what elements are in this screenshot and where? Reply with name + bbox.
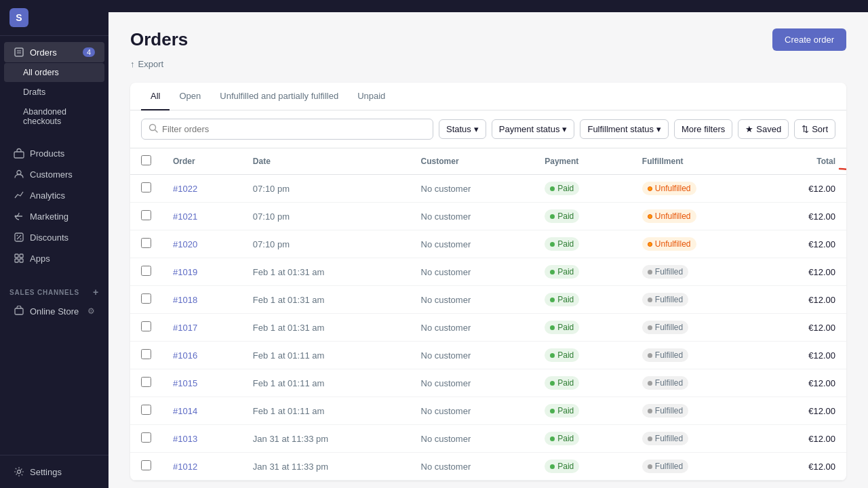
sidebar-item-settings[interactable]: Settings: [4, 462, 104, 482]
row-checkbox[interactable]: [141, 210, 151, 220]
payment-status-filter-button[interactable]: Payment status ▾: [492, 119, 575, 139]
tab-unfulfilled[interactable]: Unfulfilled and partially fulfilled: [210, 83, 348, 110]
sidebar-item-marketing[interactable]: Marketing: [4, 206, 104, 226]
row-customer: No customer: [410, 286, 534, 314]
row-checkbox-cell: [130, 314, 162, 342]
row-checkbox[interactable]: [141, 293, 151, 304]
table-row: #1013 Jan 31 at 11:33 pm No customer Pai…: [130, 425, 846, 453]
row-customer: No customer: [410, 203, 534, 230]
payment-dot: [550, 270, 555, 274]
row-checkbox[interactable]: [141, 349, 151, 359]
order-link[interactable]: #1015: [173, 378, 197, 388]
sidebar-orders-section: Orders 4 All orders Drafts Abandoned che…: [0, 36, 108, 137]
row-payment: Paid: [534, 203, 631, 230]
payment-dot: [550, 325, 555, 330]
payment-badge: Paid: [545, 404, 579, 418]
sidebar-item-apps[interactable]: Apps: [4, 248, 104, 268]
order-link[interactable]: #1012: [173, 462, 197, 472]
row-total: €12.00: [762, 342, 846, 369]
online-store-label: Online Store: [30, 306, 79, 317]
status-filter-button[interactable]: Status ▾: [439, 119, 486, 139]
saved-button[interactable]: ★ Saved: [738, 119, 789, 139]
total-col-header: Total: [762, 148, 846, 175]
svg-line-17: [155, 130, 158, 133]
search-box[interactable]: [141, 119, 433, 140]
tab-all[interactable]: All: [141, 83, 170, 110]
row-order: #1012: [162, 453, 242, 481]
order-link[interactable]: #1020: [173, 239, 197, 249]
sidebar-item-online-store[interactable]: Online Store ⚙: [4, 301, 104, 321]
row-checkbox[interactable]: [141, 321, 151, 331]
sidebar-item-drafts[interactable]: Drafts: [4, 83, 104, 102]
order-link[interactable]: #1022: [173, 184, 197, 194]
online-store-settings-icon[interactable]: ⚙: [87, 306, 95, 316]
orders-table: Order Date Customer Payment Fulfillment …: [130, 148, 846, 481]
row-customer: No customer: [410, 230, 534, 258]
settings-icon: [14, 466, 24, 477]
order-link[interactable]: #1013: [173, 434, 197, 444]
tab-unpaid[interactable]: Unpaid: [348, 83, 395, 110]
row-checkbox[interactable]: [141, 432, 151, 443]
row-checkbox[interactable]: [141, 182, 151, 192]
add-sales-channel-icon[interactable]: +: [93, 287, 99, 298]
row-checkbox[interactable]: [141, 377, 151, 387]
products-icon: [14, 148, 24, 159]
search-input[interactable]: [162, 124, 426, 134]
sidebar-item-analytics[interactable]: Analytics: [4, 185, 104, 205]
order-link[interactable]: #1016: [173, 350, 197, 361]
row-total: €12.00: [762, 397, 846, 425]
payment-badge: Paid: [545, 321, 579, 334]
sidebar-products-section: Products Customers Analytics Marketing D…: [0, 137, 108, 274]
select-all-checkbox[interactable]: [141, 155, 151, 165]
svg-point-8: [17, 235, 18, 237]
sidebar-item-customers[interactable]: Customers: [4, 164, 104, 184]
row-order: #1016: [162, 342, 242, 369]
fulfillment-dot: [648, 436, 652, 441]
abandoned-checkouts-label: Abandoned checkouts: [23, 107, 95, 126]
row-checkbox-cell: [130, 369, 162, 397]
row-total: €12.00: [762, 258, 846, 286]
row-fulfillment: Fulfilled: [631, 314, 762, 342]
table-row: #1015 Feb 1 at 01:11 am No customer Paid…: [130, 369, 846, 397]
sort-button[interactable]: ⇅ Sort: [794, 119, 835, 139]
table-body: #1022 07:10 pm No customer Paid Unfulfil…: [130, 175, 846, 481]
sidebar-item-discounts[interactable]: Discounts: [4, 227, 104, 247]
sidebar-item-all-orders[interactable]: All orders: [4, 63, 104, 82]
row-fulfillment: Fulfilled: [631, 369, 762, 397]
table-row: #1012 Jan 31 at 11:33 pm No customer Pai…: [130, 453, 846, 481]
create-order-button[interactable]: Create order: [772, 28, 846, 51]
orders-icon: [14, 47, 24, 58]
order-link[interactable]: #1014: [173, 406, 197, 416]
sidebar-item-orders[interactable]: Orders 4: [4, 42, 104, 62]
drafts-label: Drafts: [23, 87, 45, 97]
row-payment: Paid: [534, 258, 631, 286]
row-checkbox[interactable]: [141, 266, 151, 276]
row-total: €12.00: [762, 230, 846, 258]
fulfillment-dot: [648, 464, 652, 469]
row-checkbox-cell: [130, 286, 162, 314]
sidebar-item-abandoned-checkouts[interactable]: Abandoned checkouts: [4, 102, 104, 131]
sort-icon: ⇅: [802, 124, 809, 134]
export-button[interactable]: ↑ Export: [130, 56, 163, 72]
fulfillment-status-filter-button[interactable]: Fulfillment status ▾: [580, 119, 669, 139]
row-checkbox[interactable]: [141, 460, 151, 470]
row-checkbox-cell: [130, 425, 162, 453]
orders-card: All Open Unfulfilled and partially fulfi…: [130, 83, 846, 481]
order-link[interactable]: #1018: [173, 295, 197, 305]
order-link[interactable]: #1019: [173, 267, 197, 277]
row-order: #1015: [162, 369, 242, 397]
order-link[interactable]: #1017: [173, 323, 197, 333]
fulfillment-dot: [648, 214, 652, 219]
row-checkbox[interactable]: [141, 238, 151, 248]
sidebar-item-products[interactable]: Products: [4, 143, 104, 163]
row-checkbox-cell: [130, 203, 162, 230]
order-col-header: Order: [162, 148, 242, 175]
row-checkbox-cell: [130, 258, 162, 286]
tab-open[interactable]: Open: [170, 83, 210, 110]
row-fulfillment: Fulfilled: [631, 425, 762, 453]
row-checkbox[interactable]: [141, 405, 151, 415]
analytics-icon: [14, 190, 24, 201]
more-filters-button[interactable]: More filters: [674, 119, 732, 139]
order-link[interactable]: #1021: [173, 211, 197, 222]
row-fulfillment: Fulfilled: [631, 258, 762, 286]
